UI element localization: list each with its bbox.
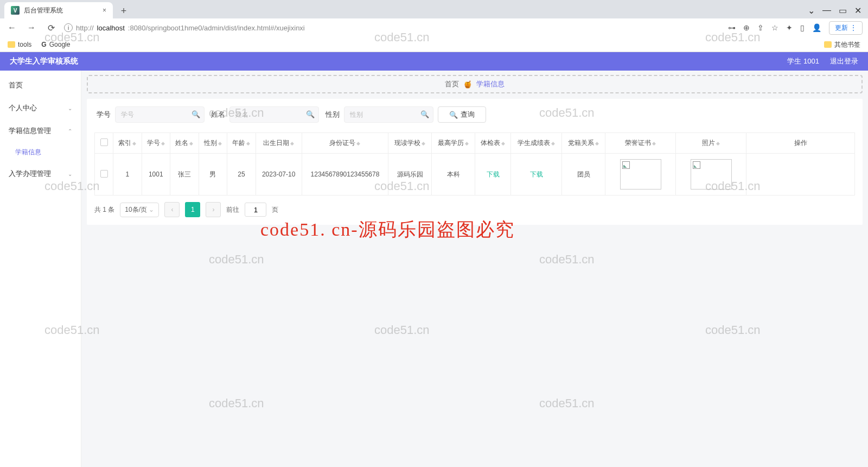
- chevron-down-icon: ⌄: [68, 171, 72, 177]
- download-medical-link[interactable]: 下载: [487, 171, 500, 178]
- bookmark-bar: tools GGoogle 其他书签: [0, 37, 868, 52]
- sidebar-item-enroll-mgmt[interactable]: 入学办理管理⌄: [0, 162, 81, 185]
- cell-sno: 1001: [142, 154, 170, 195]
- col-gender[interactable]: 性别◆: [199, 133, 227, 154]
- cell-gender: 男: [199, 154, 227, 195]
- maximize-icon[interactable]: ▭: [839, 5, 847, 16]
- sidebar-item-home[interactable]: 首页: [0, 74, 81, 97]
- goto-page-input[interactable]: [245, 203, 266, 217]
- col-name[interactable]: 姓名◆: [170, 133, 199, 154]
- google-icon: G: [41, 41, 46, 48]
- content-card: 学号 🔍 姓名 🔍 性别 🔍 🔍查询 索引◆ 学号◆ 姓名◆ 性别◆: [87, 99, 863, 225]
- prev-page-button[interactable]: ‹: [164, 202, 180, 217]
- tab-bar: V 后台管理系统 × + ⌄ — ▭ ✕: [0, 0, 868, 18]
- next-page-button[interactable]: ›: [206, 202, 221, 217]
- sidebar-item-personal[interactable]: 个人中心⌄: [0, 97, 81, 119]
- chevron-up-icon: ⌃: [68, 128, 72, 134]
- close-icon[interactable]: ×: [103, 7, 106, 14]
- cell-school: 源码乐园: [388, 154, 432, 195]
- minimize-icon[interactable]: —: [822, 5, 831, 15]
- search-icon[interactable]: 🔍: [420, 110, 429, 118]
- url-box[interactable]: i http://localhost:8080/springboot1hme0/…: [64, 23, 722, 32]
- cell-edu: 本科: [432, 154, 475, 195]
- star-icon[interactable]: ☆: [771, 23, 778, 32]
- search-icon[interactable]: 🔍: [306, 110, 315, 118]
- col-edu[interactable]: 最高学历◆: [432, 133, 475, 154]
- extensions-icon[interactable]: ✦: [786, 23, 793, 32]
- site-info-icon[interactable]: i: [64, 23, 73, 32]
- back-icon[interactable]: ←: [5, 23, 18, 33]
- col-school[interactable]: 现读学校◆: [388, 133, 432, 154]
- folder-icon: [824, 41, 832, 48]
- share-icon[interactable]: ⇪: [757, 23, 764, 32]
- select-all-checkbox[interactable]: [100, 138, 108, 146]
- col-ops: 操作: [746, 133, 855, 154]
- sort-icon: ◆: [290, 141, 294, 146]
- cell-idcard: 1234567890123455678: [302, 154, 388, 195]
- profile-icon[interactable]: 👤: [812, 23, 821, 32]
- bookmark-tools[interactable]: tools: [8, 41, 31, 48]
- col-sno[interactable]: 学号◆: [142, 133, 170, 154]
- breadcrumb: 首页 🍯 学籍信息: [87, 75, 863, 93]
- sort-icon: ◆: [551, 141, 555, 146]
- browser-chrome: V 后台管理系统 × + ⌄ — ▭ ✕ ← → ⟳ i http://loca…: [0, 0, 868, 52]
- zoom-icon[interactable]: ⊕: [743, 23, 750, 32]
- download-grades-link[interactable]: 下载: [530, 171, 543, 178]
- table-header-row: 索引◆ 学号◆ 姓名◆ 性别◆ 年龄◆ 出生日期◆ 身份证号◆ 现读学校◆ 最高…: [95, 133, 855, 154]
- broken-image-icon: [693, 161, 700, 169]
- sort-icon: ◆: [465, 141, 469, 146]
- query-button[interactable]: 🔍查询: [438, 106, 486, 123]
- gender-label: 性别: [326, 110, 340, 119]
- sort-icon: ◆: [595, 141, 599, 146]
- col-grades[interactable]: 学生成绩表◆: [511, 133, 562, 154]
- app-title: 大学生入学审核系统: [10, 56, 78, 66]
- chevron-down-icon: ⌄: [68, 105, 72, 111]
- reload-icon[interactable]: ⟳: [44, 23, 58, 33]
- honor-image-placeholder[interactable]: [620, 159, 661, 190]
- close-window-icon[interactable]: ✕: [854, 5, 861, 16]
- url-host: localhost: [97, 24, 125, 32]
- key-icon[interactable]: ⊶: [728, 23, 736, 32]
- cell-birth: 2023-07-10: [256, 154, 302, 195]
- sort-icon: ◆: [132, 141, 136, 146]
- app-root: 大学生入学审核系统 学生 1001 退出登录 首页 个人中心⌄ 学籍信息管理⌃ …: [0, 52, 868, 467]
- photo-image-placeholder[interactable]: [691, 159, 732, 190]
- sort-icon: ◆: [422, 141, 425, 146]
- sort-icon: ◆: [501, 141, 505, 146]
- search-icon[interactable]: 🔍: [192, 110, 200, 118]
- col-idx[interactable]: 索引◆: [113, 133, 142, 154]
- app-body: 首页 个人中心⌄ 学籍信息管理⌃ 学籍信息 入学办理管理⌄ 首页 🍯 学籍信息 …: [0, 71, 868, 467]
- bookmark-other[interactable]: 其他书签: [824, 40, 860, 49]
- address-bar: ← → ⟳ i http://localhost:8080/springboot…: [0, 18, 868, 37]
- browser-tab[interactable]: V 后台管理系统 ×: [4, 2, 113, 18]
- goto-label: 前往: [226, 205, 239, 214]
- breadcrumb-home[interactable]: 首页: [445, 79, 459, 89]
- chevron-down-icon[interactable]: ⌄: [808, 5, 815, 16]
- col-birth[interactable]: 出生日期◆: [256, 133, 302, 154]
- col-age[interactable]: 年龄◆: [227, 133, 256, 154]
- page-size-select[interactable]: 10条/页 ⌄: [120, 203, 159, 217]
- col-party[interactable]: 党籍关系◆: [562, 133, 605, 154]
- tab-title: 后台管理系统: [24, 6, 63, 15]
- col-medical[interactable]: 体检表◆: [475, 133, 511, 154]
- logout-link[interactable]: 退出登录: [830, 56, 858, 66]
- cell-idx: 1: [113, 154, 142, 195]
- sidebar-item-xueji-mgmt[interactable]: 学籍信息管理⌃: [0, 119, 81, 142]
- sort-icon: ◆: [652, 141, 656, 146]
- page-number-current[interactable]: 1: [185, 202, 200, 217]
- forward-icon[interactable]: →: [25, 23, 38, 33]
- user-label[interactable]: 学生 1001: [787, 56, 819, 66]
- update-button[interactable]: 更新⋮: [829, 21, 863, 35]
- row-checkbox[interactable]: [100, 170, 108, 178]
- col-idcard[interactable]: 身份证号◆: [302, 133, 388, 154]
- data-table: 索引◆ 学号◆ 姓名◆ 性别◆ 年龄◆ 出生日期◆ 身份证号◆ 现读学校◆ 最高…: [94, 132, 855, 195]
- app-header: 大学生入学审核系统 学生 1001 退出登录: [0, 52, 868, 71]
- sidebar-item-xueji-info[interactable]: 学籍信息: [0, 142, 81, 162]
- col-photo[interactable]: 照片◆: [676, 133, 746, 154]
- bookmark-google[interactable]: GGoogle: [41, 41, 70, 48]
- sort-icon: ◆: [356, 141, 360, 146]
- side-panel-icon[interactable]: ▯: [800, 23, 805, 32]
- new-tab-button[interactable]: +: [116, 3, 131, 18]
- col-honor[interactable]: 荣誉证书◆: [605, 133, 676, 154]
- sort-icon: ◆: [716, 141, 720, 146]
